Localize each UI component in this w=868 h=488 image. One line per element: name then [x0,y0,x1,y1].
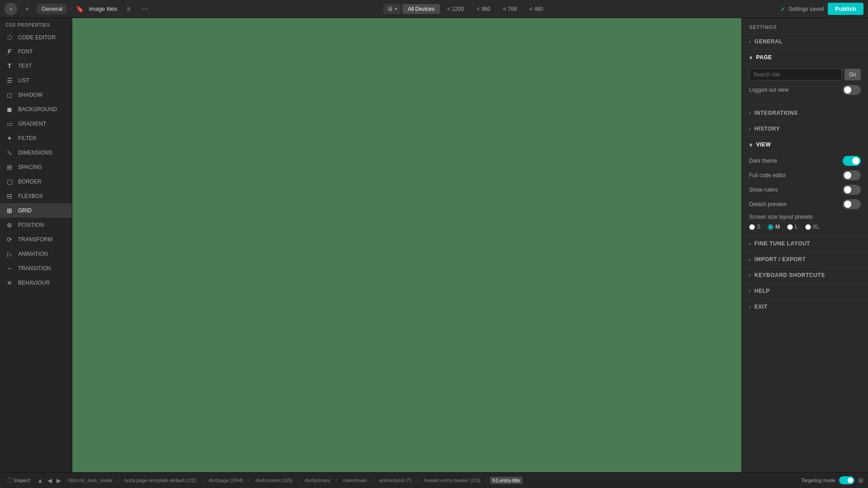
breadcrumb-div-content[interactable]: div#content (3/5) [253,477,295,484]
section-import-export-header[interactable]: › IMPORT / EXPORT [742,252,868,267]
section-fine-tune-layout-header[interactable]: › FINE TUNE LAYOUT [742,236,868,251]
device-all[interactable]: All Devices [402,4,440,14]
sidebar-item-grid[interactable]: ⊞ GRID [0,203,72,218]
sidebar-item-spacing[interactable]: ⊞ SPACING [0,160,72,174]
sidebar-label-shadow: SHADOW [18,92,42,98]
breadcrumb-html[interactable]: html.mt_dark_mode [66,477,115,484]
section-exit-header[interactable]: › EXIT [742,299,868,314]
sidebar-item-font[interactable]: F FONT [0,44,72,59]
section-history-header[interactable]: › HISTORY [742,121,868,136]
device-768[interactable]: < 768 [498,4,522,14]
section-exit: › EXIT [742,299,868,315]
section-general-header[interactable]: › GENERAL [742,34,868,49]
section-page-label: PAGE [756,54,772,61]
sep-0: / [118,478,119,483]
sep-4: / [336,478,337,483]
section-history-label: HISTORY [755,126,780,132]
wordpress-icon: ⊞ [858,477,863,484]
section-general-label: GENERAL [755,38,783,45]
go-button[interactable]: Go [844,69,861,80]
canvas-area[interactable] [72,18,741,472]
sidebar-label-dimensions: DIMENSIONS [18,150,52,156]
section-integrations-header[interactable]: › INTEGRATIONS [742,105,868,121]
breadcrumb-h1[interactable]: h1.entry-title [490,477,523,484]
sidebar-item-shadow[interactable]: ◻ SHADOW [0,88,72,102]
nav-up-button[interactable]: ▲ [35,476,45,485]
show-rulers-toggle[interactable] [843,185,861,195]
device-1200[interactable]: < 1200 [442,4,469,14]
preset-xl-label: XL [813,224,820,230]
preset-m[interactable]: M [768,224,780,230]
more-options-button[interactable]: ⋯ [139,3,151,15]
preset-l[interactable]: L [787,224,798,230]
section-page-header[interactable]: ∨ PAGE [742,50,868,65]
copy-icon[interactable]: ⎘ [123,3,135,15]
breadcrumb-div-page[interactable]: div#page (3/64) [206,477,245,484]
add-page-button[interactable]: ＋ [21,3,33,15]
section-keyboard-shortcuts-header[interactable]: › KEYBOARD SHORTCUTS [742,267,868,283]
top-bar-center: 🖥 ▾ All Devices < 1200 < 980 < 768 < 480 [155,4,777,14]
sidebar-item-filter[interactable]: ✦ FILTER [0,131,72,145]
page-name-area: 🔖 image tiles ⎘ [76,3,135,15]
device-type-dropdown[interactable]: 🖥 ▾ [383,4,401,14]
breadcrumb-main[interactable]: main#main [340,477,370,484]
sidebar-item-flexbox[interactable]: ⊟ FLEXBOX [0,189,72,203]
preset-m-radio[interactable] [768,224,774,230]
preset-xl-radio[interactable] [805,224,811,230]
sidebar-item-transform[interactable]: ⟳ TRANSFORM [0,232,72,247]
sidebar-item-transition[interactable]: ↔ TRANSITION [0,261,72,276]
settings-saved-label: Settings saved [788,6,824,12]
preset-s-radio[interactable] [749,224,755,230]
section-view-header[interactable]: ∨ VIEW [742,137,868,152]
sidebar-label-animation: ANIMATION [18,251,48,257]
section-page-content: Go Logged out view [742,65,868,105]
sidebar-item-dimensions[interactable]: ⤡ DIMENSIONS [0,145,72,160]
sidebar-item-behaviour[interactable]: ✕ BEHAVIOUR [0,276,72,290]
page-name[interactable]: image tiles [85,4,121,14]
site-name[interactable]: General [37,4,67,14]
breadcrumb-header[interactable]: header.entry-header (1/3) [421,477,483,484]
breadcrumb-article[interactable]: article#post-71 [377,477,415,484]
logged-out-view-toggle[interactable] [843,85,861,95]
sidebar-item-gradient[interactable]: ▭ GRADIENT [0,117,72,131]
section-help: › HELP [742,283,868,299]
targeting-mode-toggle[interactable] [839,476,854,484]
settings-header: SETTINGS [742,18,868,34]
top-bar-right: ✓ Settings saved Publish [780,3,863,15]
nav-right-button[interactable]: ▶ [55,476,63,485]
dark-theme-toggle[interactable] [843,156,861,166]
inspect-button[interactable]: ⛶ Inspect [5,477,33,484]
sidebar-item-background[interactable]: ◼ BACKGROUND [0,102,72,117]
sidebar-item-position[interactable]: ⊕ POSITION [0,218,72,232]
breadcrumb-div-primary[interactable]: div#primary [302,477,333,484]
nav-left-button[interactable]: ◀ [46,476,54,485]
section-view-content: Dark theme Full code editor Show rulers [742,152,868,235]
grid-icon: ⊞ [5,207,14,214]
screen-size-presets-label: Screen size layout presets [749,214,861,220]
border-icon: ▢ [5,178,14,185]
detach-preview-toggle[interactable] [843,199,861,209]
full-code-editor-toggle[interactable] [843,170,861,180]
publish-button[interactable]: Publish [828,3,863,15]
preset-l-radio[interactable] [787,224,793,230]
logo-button[interactable]: ○ [5,3,17,15]
sidebar-item-list[interactable]: ☰ LIST [0,73,72,88]
flexbox-icon: ⊟ [5,192,14,200]
preset-xl[interactable]: XL [805,224,820,230]
sidebar-label-code-editor: CODE EDITOR [18,34,56,41]
sidebar-item-border[interactable]: ▢ BORDER [0,174,72,189]
sidebar-item-text[interactable]: T TEXT [0,59,72,73]
filter-icon: ✦ [5,135,14,142]
section-integrations: › INTEGRATIONS [742,105,868,121]
sidebar-item-code-editor[interactable]: ⬡ CODE EDITOR [0,30,72,44]
device-980[interactable]: < 980 [471,4,495,14]
bottom-right: Targeting mode ⊞ [801,476,863,484]
css-properties-title: CSS PROPERTIES [0,18,72,30]
device-480[interactable]: < 480 [524,4,548,14]
search-site-input[interactable] [749,69,842,80]
sidebar-item-animation[interactable]: ▷ ANIMATION [0,247,72,261]
section-help-header[interactable]: › HELP [742,283,868,299]
preset-s[interactable]: S [749,224,760,230]
breadcrumb-body[interactable]: body.page-template-default (2/2) [122,477,199,484]
full-code-editor-label: Full code editor [749,172,786,178]
